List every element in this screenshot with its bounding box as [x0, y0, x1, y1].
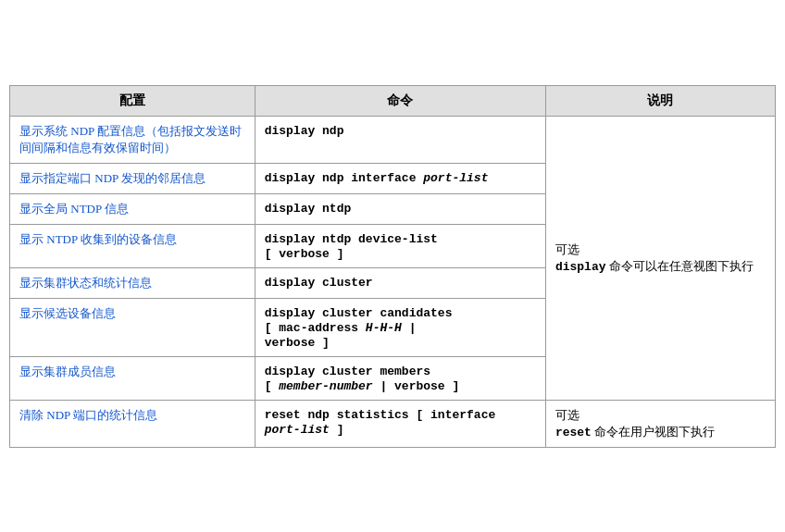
command-cell: display ndp interface port-list — [255, 163, 545, 193]
note-cell-last: 可选reset 命令在用户视图下执行 — [545, 400, 775, 447]
command-cell: display ntdp — [255, 193, 545, 224]
config-cell: 清除 NDP 端口的统计信息 — [10, 400, 255, 447]
config-cell: 显示指定端口 NDP 发现的邻居信息 — [10, 163, 255, 193]
header-command: 命令 — [255, 85, 545, 116]
command-cell: display cluster candidates[ mac-address … — [255, 298, 545, 356]
table-row: 显示系统 NDP 配置信息（包括报文发送时间间隔和信息有效保留时间） displ… — [10, 116, 776, 163]
config-cell: 显示集群成员信息 — [10, 356, 255, 400]
config-cell: 显示集群状态和统计信息 — [10, 267, 255, 298]
main-table-wrapper: 配置 命令 说明 显示系统 NDP 配置信息（包括报文发送时间间隔和信息有效保留… — [9, 85, 776, 448]
config-cell: 显示全局 NTDP 信息 — [10, 193, 255, 224]
header-config: 配置 — [10, 85, 255, 116]
command-cell: reset ndp statistics [ interface port-li… — [255, 400, 545, 447]
command-cell: display ndp — [255, 116, 545, 163]
config-cell: 显示 NTDP 收集到的设备信息 — [10, 224, 255, 267]
config-cell: 显示候选设备信息 — [10, 298, 255, 356]
table-row: 清除 NDP 端口的统计信息 reset ndp statistics [ in… — [10, 400, 776, 447]
reference-table: 配置 命令 说明 显示系统 NDP 配置信息（包括报文发送时间间隔和信息有效保留… — [9, 85, 776, 448]
command-cell: display cluster — [255, 267, 545, 298]
header-row: 配置 命令 说明 — [10, 85, 776, 116]
header-note: 说明 — [545, 85, 775, 116]
config-cell: 显示系统 NDP 配置信息（包括报文发送时间间隔和信息有效保留时间） — [10, 116, 255, 163]
note-cell: 可选display 命令可以在任意视图下执行 — [545, 116, 775, 400]
command-cell: display ntdp device-list[ verbose ] — [255, 224, 545, 267]
command-cell: display cluster members[ member-number |… — [255, 356, 545, 400]
